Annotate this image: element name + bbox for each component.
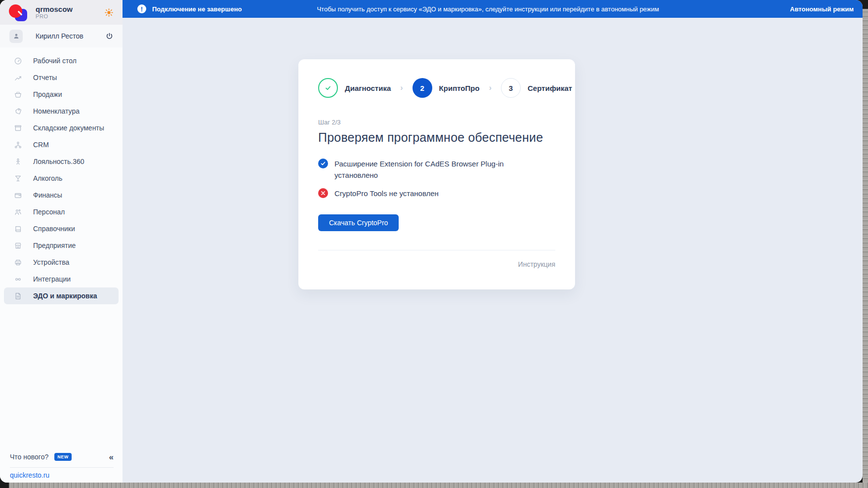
divider xyxy=(318,250,555,250)
user-name: Кирилл Рестов xyxy=(36,32,83,40)
connection-banner: ! Подключение не завершено Чтобы получит… xyxy=(123,0,863,18)
offline-mode-button[interactable]: Автономный режим xyxy=(790,5,854,13)
sidebar-item-alcohol[interactable]: Алкоголь xyxy=(4,170,119,187)
software-checklist: Расширение Extension for CAdES Browser P… xyxy=(318,158,555,199)
alcohol-icon xyxy=(14,174,22,183)
sidebar-nav: Рабочий стол Отчеты Продажи Номенклатура… xyxy=(0,47,123,304)
directories-icon xyxy=(14,225,22,233)
sidebar-item-sales[interactable]: Продажи xyxy=(4,86,119,103)
sidebar-item-label: Номенклатура xyxy=(33,107,80,115)
sidebar-item-loyalty[interactable]: Лояльность.360 xyxy=(4,153,119,170)
sidebar-item-label: Продажи xyxy=(33,90,62,98)
sidebar-item-reports[interactable]: Отчеты xyxy=(4,69,119,86)
crm-icon xyxy=(14,141,22,149)
check-item-extension: Расширение Extension for CAdES Browser P… xyxy=(318,158,555,181)
check-item-text: Расширение Extension for CAdES Browser P… xyxy=(334,158,547,181)
main-area: ! Подключение не завершено Чтобы получит… xyxy=(123,0,863,483)
content-area: Диагностика › 2 КриптоПро › 3 Сертификат… xyxy=(123,18,863,483)
step-diagnostics: Диагностика xyxy=(318,78,391,98)
horizontal-scrollbar[interactable] xyxy=(9,483,868,488)
card-title: Проверяем программное обеспечение xyxy=(318,130,555,145)
sidebar-item-integrations[interactable]: Интеграции xyxy=(4,271,119,287)
finance-icon xyxy=(14,191,22,200)
edo-marking-icon xyxy=(14,292,22,300)
power-icon xyxy=(105,32,114,41)
devices-icon xyxy=(14,258,22,267)
app-window: qrmoscow PRO xyxy=(0,0,863,483)
banner-message: Чтобы получить доступ к сервису «ЭДО и м… xyxy=(317,5,659,13)
alert-icon: ! xyxy=(137,4,146,13)
loyalty-icon xyxy=(14,158,22,166)
sidebar-item-label: Справочники xyxy=(33,225,75,233)
sales-icon xyxy=(14,90,22,99)
sidebar-item-finance[interactable]: Финансы xyxy=(4,187,119,203)
sidebar-item-devices[interactable]: Устройства xyxy=(4,254,119,271)
step-label: Диагностика xyxy=(345,84,391,92)
success-check-icon xyxy=(318,159,328,168)
logout-button[interactable] xyxy=(105,32,114,41)
step-upcoming-circle: 3 xyxy=(501,78,521,98)
user-icon xyxy=(12,32,20,40)
sidebar-item-edo-marking[interactable]: ЭДО и маркировка xyxy=(4,287,119,304)
vertical-scrollbar[interactable] xyxy=(863,9,868,488)
avatar xyxy=(9,30,23,43)
download-cryptopro-button[interactable]: Скачать CryptoPro xyxy=(318,214,399,231)
org-block: qrmoscow PRO xyxy=(36,5,73,20)
sidebar-item-directories[interactable]: Справочники xyxy=(4,220,119,237)
sidebar-item-label: Устройства xyxy=(33,258,69,266)
instruction-link[interactable]: Инструкция xyxy=(318,260,555,268)
quickresto-site-link[interactable]: quickresto.ru xyxy=(10,471,49,479)
sidebar-item-label: CRM xyxy=(33,141,49,149)
reports-icon xyxy=(14,74,22,82)
sidebar-item-label: Финансы xyxy=(33,191,62,199)
integrations-icon xyxy=(14,275,22,284)
check-icon xyxy=(324,83,332,92)
step-label: КриптоПро xyxy=(439,84,480,92)
theme-toggle-button[interactable] xyxy=(104,8,114,17)
sidebar-item-warehouse-docs[interactable]: Складские документы xyxy=(4,120,119,136)
user-account-row[interactable]: Кирилл Рестов xyxy=(0,25,123,47)
wizard-stepper: Диагностика › 2 КриптоПро › 3 Сертификат xyxy=(318,78,555,98)
sidebar-item-label: Рабочий стол xyxy=(33,57,77,65)
step-active-circle: 2 xyxy=(413,78,432,98)
setup-wizard-card: Диагностика › 2 КриптоПро › 3 Сертификат… xyxy=(298,59,575,289)
step-label: Сертификат xyxy=(528,84,572,92)
sidebar-item-label: Складские документы xyxy=(33,124,104,132)
sidebar-footer: Что нового? NEW « quickresto.ru xyxy=(0,448,123,483)
step-certificate: 3 Сертификат xyxy=(501,78,572,98)
sidebar-item-label: ЭДО и маркировка xyxy=(33,292,97,300)
quickresto-logo-icon xyxy=(9,3,28,22)
new-badge: NEW xyxy=(54,453,72,461)
collapse-sidebar-icon[interactable]: « xyxy=(109,453,114,461)
sidebar: qrmoscow PRO xyxy=(0,0,123,483)
sidebar-item-label: Отчеты xyxy=(33,74,57,81)
sidebar-item-label: Алкоголь xyxy=(33,174,62,182)
step-cryptopro: 2 КриптоПро xyxy=(413,78,480,98)
check-item-text: CryptoPro Tools не установлен xyxy=(334,188,439,199)
sidebar-item-label: Предприятие xyxy=(33,242,76,249)
sidebar-item-enterprise[interactable]: Предприятие xyxy=(4,237,119,254)
sidebar-header: qrmoscow PRO xyxy=(0,0,123,25)
org-plan-badge: PRO xyxy=(36,13,73,20)
sun-icon xyxy=(104,8,114,17)
sidebar-item-dashboard[interactable]: Рабочий стол xyxy=(4,52,119,69)
sidebar-item-nomenclature[interactable]: Номенклатура xyxy=(4,103,119,120)
error-cross-icon xyxy=(318,188,328,198)
warehouse-docs-icon xyxy=(14,124,22,132)
sidebar-item-label: Лояльность.360 xyxy=(33,158,84,165)
sidebar-item-staff[interactable]: Персонал xyxy=(4,203,119,220)
step-done-circle xyxy=(318,78,338,98)
sidebar-item-label: Персонал xyxy=(33,208,65,216)
chevron-right-icon: › xyxy=(400,83,403,92)
nomenclature-icon xyxy=(14,107,22,116)
org-name: qrmoscow xyxy=(36,5,73,13)
step-indicator: Шаг 2/3 xyxy=(318,119,555,126)
check-item-cryptopro-tools: CryptoPro Tools не установлен xyxy=(318,188,555,199)
banner-status: Подключение не завершено xyxy=(152,5,242,13)
whats-new-link[interactable]: Что нового? xyxy=(10,453,48,461)
sidebar-item-label: Интеграции xyxy=(33,275,71,283)
sidebar-item-crm[interactable]: CRM xyxy=(4,136,119,153)
chevron-right-icon: › xyxy=(489,83,492,92)
staff-icon xyxy=(14,208,22,216)
enterprise-icon xyxy=(14,242,22,250)
